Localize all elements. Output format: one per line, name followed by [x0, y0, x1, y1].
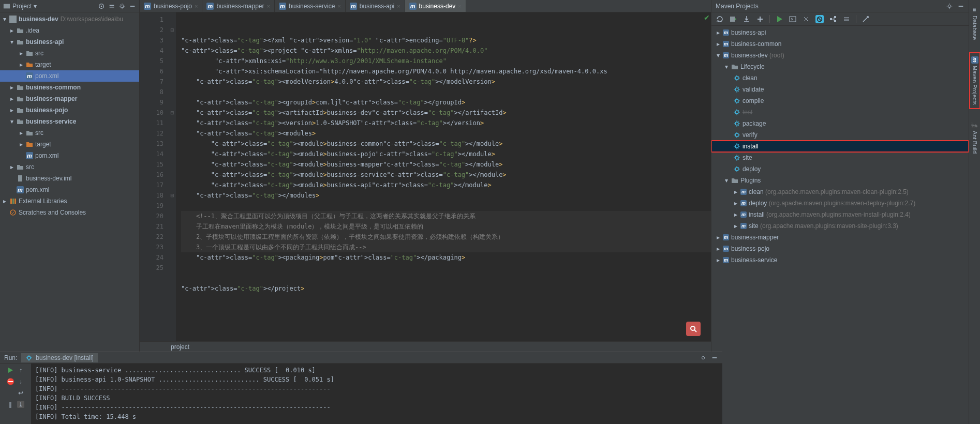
show-dependencies-icon[interactable]	[829, 15, 837, 23]
minimize-icon[interactable]	[129, 3, 136, 10]
maven-projects-tab[interactable]: m Maven Projects	[970, 53, 979, 108]
tree-item-pom.xml[interactable]: mpom.xml	[0, 70, 139, 82]
chevron-icon[interactable]: ▾	[9, 39, 14, 44]
minimize-icon[interactable]	[711, 354, 718, 361]
close-icon[interactable]: ×	[337, 3, 340, 9]
close-icon[interactable]: ×	[458, 3, 461, 9]
tab-business-service[interactable]: mbusiness-service×	[275, 0, 346, 12]
chevron-down-icon[interactable]: ▾	[724, 178, 729, 183]
breadcrumb-item[interactable]: project	[171, 343, 189, 351]
search-icon[interactable]	[686, 322, 701, 336]
chevron-right-icon[interactable]: ▸	[733, 189, 738, 194]
tree-item-business-api[interactable]: ▾business-api	[0, 36, 139, 48]
code-editor[interactable]: ✔ 12345678910111213141516171819202122232…	[140, 12, 711, 341]
svg-rect-6	[10, 199, 12, 204]
up-icon[interactable]: ↑	[17, 367, 24, 374]
gear-icon[interactable]	[118, 3, 126, 10]
project-dropdown-icon[interactable]: ▾	[34, 3, 37, 10]
chevron-right-icon[interactable]: ▸	[716, 258, 721, 263]
chevron-right-icon[interactable]: ▸	[733, 201, 738, 206]
add-icon[interactable]	[756, 15, 764, 23]
tree-item-business-mapper[interactable]: ▸business-mapper	[0, 93, 139, 104]
chevron-icon[interactable]: ▸	[19, 51, 24, 56]
tree-item-target[interactable]: ▸target	[0, 59, 139, 70]
chevron-icon[interactable]: ▸	[9, 28, 14, 33]
chevron-right-icon[interactable]: ▸	[716, 41, 721, 47]
minimize-icon[interactable]	[957, 3, 964, 10]
code-body[interactable]: "c-attr">class="c-tag"><?xml "c-attr">ve…	[176, 12, 711, 341]
database-tab[interactable]: ≡ Database	[970, 3, 979, 43]
chevron-icon[interactable]: ▸	[9, 108, 14, 113]
rerun-icon[interactable]	[7, 367, 14, 374]
chevron-down-icon[interactable]: ▾	[2, 17, 7, 22]
tree-item-business-service[interactable]: ▾business-service	[0, 116, 139, 127]
svg-rect-12	[730, 17, 735, 22]
chevron-icon[interactable]: ▾	[9, 119, 14, 124]
chevron-icon[interactable]: ▸	[19, 130, 24, 135]
chevron-right-icon[interactable]: ▸	[716, 235, 721, 240]
collapse-all-icon[interactable]	[108, 3, 115, 10]
tree-item-pom.xml[interactable]: mpom.xml	[0, 150, 139, 161]
run-config-tab[interactable]: business-dev [install]	[21, 353, 97, 362]
chevron-icon[interactable]	[9, 176, 14, 181]
tab-business-api[interactable]: mbusiness-api×	[346, 0, 405, 12]
chevron-icon[interactable]: ▸	[19, 62, 24, 67]
close-icon[interactable]: ×	[195, 3, 198, 9]
tab-business-dev[interactable]: mbusiness-dev×	[405, 0, 466, 12]
toggle-skip-tests-icon[interactable]	[815, 15, 824, 23]
generate-sources-icon[interactable]	[729, 15, 737, 23]
breadcrumb[interactable]: project	[140, 341, 711, 352]
tree-item-.idea[interactable]: ▸.idea	[0, 25, 139, 36]
maven-tree[interactable]: ▸mbusiness-api▸mbusiness-common▾mbusines…	[711, 26, 969, 424]
chevron-icon[interactable]	[9, 187, 14, 192]
pause-icon[interactable]: ‖	[7, 401, 14, 408]
settings-icon[interactable]	[862, 15, 870, 23]
tree-item-pom.xml[interactable]: mpom.xml	[0, 184, 139, 195]
chevron-right-icon[interactable]: ▸	[2, 199, 7, 204]
run-icon[interactable]	[775, 15, 783, 23]
chevron-icon[interactable]: ▸	[9, 164, 14, 170]
run-console[interactable]: [INFO] business-service ................…	[31, 364, 722, 424]
tree-item-business-dev.iml[interactable]: business-dev.iml	[0, 173, 139, 184]
collapse-icon[interactable]	[842, 15, 851, 23]
scratches[interactable]: Scratches and Consoles	[0, 207, 139, 218]
tree-item-target[interactable]: ▸target	[0, 139, 139, 150]
tree-item-business-pojo[interactable]: ▸business-pojo	[0, 104, 139, 116]
chevron-down-icon[interactable]: ▾	[716, 53, 721, 58]
tab-business-mapper[interactable]: mbusiness-mapper×	[202, 0, 274, 12]
chevron-right-icon[interactable]: ▸	[716, 246, 721, 251]
gear-icon[interactable]	[946, 3, 953, 10]
chevron-icon[interactable]	[19, 73, 24, 79]
chevron-right-icon[interactable]: ▸	[733, 223, 738, 229]
tree-item-src[interactable]: ▸src	[0, 127, 139, 139]
stop-icon[interactable]: ⛔	[7, 378, 14, 385]
scroll-icon[interactable]: ⤓	[17, 401, 24, 408]
external-libraries[interactable]: ▸ External Libraries	[0, 195, 139, 207]
chevron-icon[interactable]: ▸	[9, 96, 14, 101]
tree-item-src[interactable]: ▸src	[0, 48, 139, 59]
chevron-icon[interactable]: ▸	[9, 85, 14, 90]
folder-icon	[17, 84, 24, 91]
tree-item-business-common[interactable]: ▸business-common	[0, 82, 139, 93]
soft-wrap-icon[interactable]: ↩	[17, 389, 24, 397]
tab-business-pojo[interactable]: mbusiness-pojo×	[140, 0, 202, 12]
project-title[interactable]: Project	[12, 3, 32, 10]
ant-build-tab[interactable]: 🐜 Ant Build	[970, 118, 979, 157]
close-icon[interactable]: ×	[267, 3, 270, 9]
chevron-right-icon[interactable]: ▸	[716, 30, 721, 35]
gear-icon[interactable]	[700, 354, 707, 361]
project-root[interactable]: ▾ business-dev D:\workspaces\idea\bu	[0, 13, 139, 25]
chevron-icon[interactable]: ▸	[19, 142, 24, 147]
fold-gutter[interactable]: ⊟⊟⊟	[169, 12, 176, 341]
chevron-right-icon[interactable]: ▸	[733, 212, 738, 217]
toggle-offline-icon[interactable]	[802, 15, 810, 23]
chevron-down-icon[interactable]: ▾	[724, 64, 729, 69]
tree-item-src[interactable]: ▸src	[0, 161, 139, 173]
download-icon[interactable]	[743, 15, 751, 23]
locate-icon[interactable]	[98, 3, 105, 10]
close-icon[interactable]: ×	[397, 3, 400, 9]
reimport-icon[interactable]	[716, 15, 724, 23]
execute-icon[interactable]	[789, 15, 797, 23]
chevron-icon[interactable]	[19, 153, 24, 158]
down-icon[interactable]: ↓	[17, 378, 24, 385]
